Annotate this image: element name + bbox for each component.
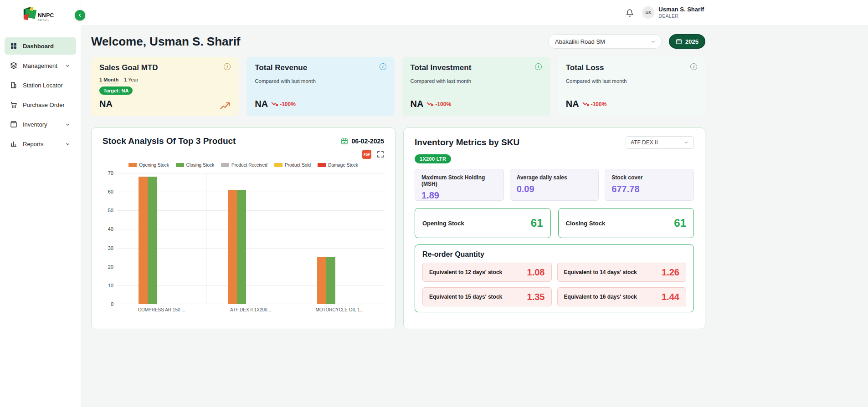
dashboard-grid-icon: [10, 42, 17, 50]
sidebar-item-label: Inventory: [23, 121, 47, 128]
reorder-value: 1.08: [527, 267, 545, 278]
reorder-quantity-section: Re-order Quantity Equivalent to 12 days'…: [415, 244, 694, 312]
stock-label: Opening Stock: [422, 220, 464, 227]
chevron-down-icon: [65, 141, 71, 147]
station-select[interactable]: Abakaliki Road SM: [548, 34, 662, 49]
stat-title: Sales Goal MTD: [99, 63, 158, 72]
calendar-icon: [341, 137, 348, 145]
delta-down: -100%: [271, 101, 296, 107]
topbar: US Usman S. Sharif DEALER: [81, 0, 868, 25]
chevron-down-icon: [65, 63, 71, 69]
stock-value: 61: [531, 217, 543, 229]
chart-legend: Opening StockClosing StockProduct Receiv…: [103, 163, 384, 168]
layers-icon: [10, 62, 17, 69]
notification-bell-icon[interactable]: [626, 9, 634, 17]
inventory-metrics-panel: Inventory Metrics by SKU ATF DEX II 1X20…: [403, 127, 705, 329]
delta-value: -100%: [591, 101, 607, 107]
sidebar-item-station-locator[interactable]: Station Locator: [5, 76, 76, 94]
sales-goal-card: Sales Goal MTD i 1 Month 1 Year Target: …: [91, 57, 239, 116]
stat-value: NA: [411, 99, 424, 109]
bar: [139, 177, 148, 304]
stat-subtitle: Compared with last month: [566, 78, 697, 84]
bar-chart-icon: [10, 140, 17, 148]
info-icon[interactable]: i: [690, 63, 697, 70]
reorder-item: Equivalent to 15 days' stock 1.35: [422, 287, 552, 306]
calendar-icon: [676, 38, 682, 45]
station-building-icon: [10, 81, 17, 89]
user-role: DEALER: [658, 13, 704, 19]
brand-logo: NNPC RETAIL: [0, 0, 81, 25]
reorder-label: Equivalent to 12 days' stock: [429, 269, 502, 275]
opening-stock-box: Opening Stock 61: [415, 208, 551, 238]
tab-1-month[interactable]: 1 Month: [99, 77, 118, 82]
pdf-export-icon[interactable]: PDF: [362, 150, 371, 159]
delta-value: -100%: [435, 101, 451, 107]
metric-msh: Maximum Stock Holding (MSH) 1.89: [415, 169, 504, 201]
sidebar-item-purchase-order[interactable]: Purchase Order: [5, 96, 76, 113]
sidebar-item-label: Station Locator: [23, 82, 62, 89]
sidebar-item-management[interactable]: Management: [5, 57, 76, 74]
sidebar-item-inventory[interactable]: Inventory: [5, 116, 76, 133]
trend-down-icon: [271, 102, 278, 107]
date-picker[interactable]: 06-02-2025: [341, 137, 384, 145]
pack-size-badge: 1X200 LTR: [415, 154, 451, 163]
stat-subtitle: Compared with last month: [255, 78, 386, 84]
sidebar-item-dashboard[interactable]: Dashboard: [5, 37, 76, 55]
reorder-item: Equivalent to 16 days' stock 1.44: [557, 287, 687, 306]
stat-value: NA: [99, 99, 113, 109]
stock-bar-chart: Opening StockClosing StockProduct Receiv…: [103, 163, 384, 312]
sidebar-item-reports[interactable]: Reports: [5, 135, 76, 153]
metric-label: Maximum Stock Holding (MSH): [421, 174, 497, 187]
stock-summary-row: Opening Stock 61 Closing Stock 61: [415, 208, 694, 238]
expand-icon[interactable]: [377, 151, 384, 158]
sidebar-item-label: Dashboard: [23, 43, 54, 50]
chart-y-axis: 010203040506070: [103, 173, 117, 304]
bar: [228, 190, 237, 304]
closing-stock-box: Closing Stock 61: [558, 208, 694, 238]
bar: [317, 257, 326, 304]
delta-down: -100%: [426, 101, 451, 107]
reorder-title: Re-order Quantity: [422, 250, 686, 259]
bar: [326, 257, 335, 304]
chevron-down-icon: [650, 39, 656, 45]
legend-item: Product Received: [221, 163, 267, 168]
metric-value: 677.78: [611, 184, 687, 194]
sku-select[interactable]: ATF DEX II: [626, 136, 694, 149]
chart-groups: [117, 173, 384, 304]
stock-value: 61: [674, 217, 686, 229]
year-select-button[interactable]: 2025: [669, 34, 705, 49]
trend-down-icon: [582, 102, 590, 107]
stat-subtitle: Compared with last month: [411, 78, 542, 84]
reorder-value: 1.35: [527, 292, 545, 302]
cart-icon: [10, 101, 17, 108]
sidebar-collapse-button[interactable]: [75, 10, 85, 20]
metric-value: 0.09: [517, 184, 592, 194]
total-revenue-card: Total Revenue i Compared with last month…: [247, 57, 394, 116]
stat-title: Total Revenue: [255, 63, 307, 72]
bar-group: [117, 173, 206, 304]
reorder-value: 1.44: [662, 292, 679, 302]
info-icon[interactable]: i: [224, 63, 231, 70]
avatar: US: [642, 6, 654, 19]
bar: [148, 177, 157, 304]
total-investment-card: Total Investment i Compared with last mo…: [402, 57, 550, 116]
target-badge: Target: NA: [99, 86, 133, 95]
stat-title: Total Investment: [411, 63, 472, 72]
sidebar-item-label: Purchase Order: [23, 102, 65, 108]
tab-1-year[interactable]: 1 Year: [124, 77, 138, 82]
stat-value: NA: [566, 99, 579, 109]
metric-avg-daily-sales: Average daily sales 0.09: [510, 169, 599, 201]
stats-row: Sales Goal MTD i 1 Month 1 Year Target: …: [91, 57, 705, 116]
reorder-label: Equivalent to 15 days' stock: [429, 294, 502, 300]
stat-title: Total Loss: [566, 63, 604, 72]
inventory-box-icon: [10, 121, 17, 128]
info-icon[interactable]: i: [535, 63, 542, 70]
info-icon[interactable]: i: [380, 63, 386, 70]
legend-item: Product Sold: [274, 163, 311, 168]
reorder-item: Equivalent to 14 days' stock 1.26: [557, 263, 687, 282]
sku-selected-value: ATF DEX II: [631, 139, 658, 146]
delta-down: -100%: [582, 101, 607, 107]
user-menu[interactable]: US Usman S. Sharif DEALER: [642, 6, 704, 19]
sidebar-item-label: Reports: [23, 141, 44, 148]
metric-label: Average daily sales: [517, 174, 592, 181]
